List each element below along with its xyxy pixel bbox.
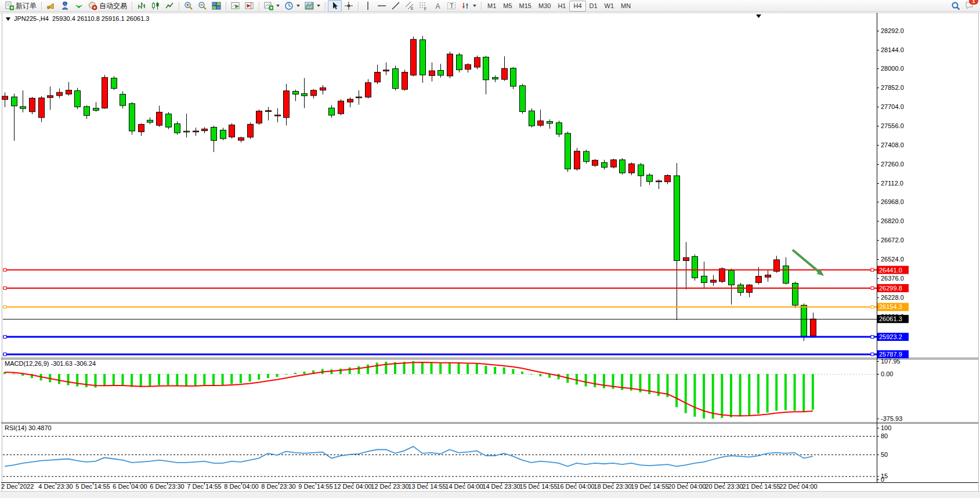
sound-button[interactable]: [44, 0, 58, 12]
tile-windows-icon: [212, 1, 221, 10]
zoom-in-button[interactable]: [182, 0, 196, 12]
candle: [719, 269, 725, 282]
macd-histogram-bar: [494, 367, 496, 374]
macd-histogram-bar: [149, 374, 151, 387]
autotrade-icon: [88, 1, 97, 10]
timeframe-button-W1[interactable]: W1: [601, 1, 618, 11]
candle: [565, 133, 571, 169]
line-handle[interactable]: [871, 336, 874, 339]
candle: [602, 162, 607, 167]
arrows-tool-button[interactable]: [458, 0, 479, 12]
autotrade-button[interactable]: 自动交易: [86, 0, 129, 12]
macd-histogram-bar: [784, 374, 787, 410]
timeframe-button-M5[interactable]: M5: [500, 1, 515, 11]
line-chart-button[interactable]: [162, 0, 176, 12]
line-handle[interactable]: [871, 306, 874, 308]
macd-histogram-bar: [13, 373, 15, 374]
periods-button[interactable]: [282, 0, 302, 12]
line-handle[interactable]: [871, 268, 874, 271]
text-icon: A: [433, 1, 442, 10]
text-label-icon: T: [447, 1, 456, 10]
crosshair-tool-button[interactable]: [342, 0, 356, 12]
candle: [348, 99, 353, 102]
price-tag-label: 26299.8: [879, 285, 902, 292]
line-handle[interactable]: [871, 287, 874, 290]
price-axis-label: 26968.0: [881, 198, 904, 205]
label-tool-button[interactable]: T: [444, 0, 458, 12]
separator: [132, 2, 132, 10]
fibonacci-tool-button[interactable]: F: [417, 0, 431, 12]
candle: [684, 257, 689, 260]
separator: [179, 2, 179, 10]
tile-windows-button[interactable]: [209, 0, 223, 12]
macd-histogram-bar: [294, 373, 296, 374]
candle: [493, 78, 498, 79]
line-handle[interactable]: [3, 336, 6, 339]
candle: [729, 270, 735, 285]
text-tool-button[interactable]: A: [431, 0, 444, 12]
macd-histogram-bar: [476, 364, 478, 374]
symbol-dropdown-icon[interactable]: [6, 17, 10, 21]
candle: [611, 160, 617, 167]
chart-shift-button[interactable]: [243, 0, 256, 12]
cursor-tool-button[interactable]: [328, 0, 342, 12]
line-handle[interactable]: [871, 353, 874, 356]
macd-histogram-bar: [794, 374, 796, 410]
macd-histogram-bar: [766, 374, 769, 413]
support-button[interactable]: [58, 0, 72, 12]
new-order-button[interactable]: 新订单: [2, 0, 39, 12]
vertical-line-tool-button[interactable]: [361, 0, 375, 12]
time-axis-label: 12 Dec 04:00: [334, 483, 371, 490]
auto-scroll-button[interactable]: [229, 0, 243, 12]
macd-histogram-bar: [748, 374, 750, 416]
line-handle[interactable]: [3, 353, 6, 356]
trendline-tool-button[interactable]: [389, 0, 403, 12]
candle: [229, 125, 235, 137]
line-handle[interactable]: [3, 287, 6, 290]
bar-chart-button[interactable]: [135, 0, 149, 12]
symbol-period-label: JPN225-,H4: [14, 15, 49, 22]
dropdown-caret-icon: [317, 5, 320, 7]
timeframe-button-D1[interactable]: D1: [586, 1, 601, 11]
time-axis-label: 7 Dec 14:55: [187, 483, 221, 490]
zoom-out-button[interactable]: [196, 0, 209, 12]
add-indicator-button[interactable]: [262, 0, 282, 12]
line-handle[interactable]: [3, 268, 6, 271]
timeframe-button-MN[interactable]: MN: [617, 1, 634, 11]
separator: [481, 2, 482, 10]
macd-histogram-bar: [140, 374, 142, 387]
candle: [302, 94, 308, 96]
time-axis-label: 9 Dec 14:55: [298, 483, 332, 490]
horizontal-line-icon: [377, 1, 386, 10]
timeframe-button-H1[interactable]: H1: [554, 1, 569, 11]
horizontal-line-tool-button[interactable]: [375, 0, 389, 12]
candlestick-chart-button[interactable]: [149, 0, 162, 12]
chat-button[interactable]: 1: [965, 1, 974, 12]
candle: [638, 165, 644, 176]
macd-histogram-bar: [512, 369, 514, 374]
candle: [39, 98, 45, 118]
timeframe-button-H4[interactable]: H4: [569, 1, 585, 12]
chart-canvas[interactable]: 28292.028144.028000.027852.027704.027556…: [0, 0, 980, 498]
timeframe-button-M1[interactable]: M1: [484, 1, 500, 11]
macd-histogram-bar: [558, 374, 560, 379]
macd-histogram-bar: [484, 366, 487, 374]
line-handle[interactable]: [3, 306, 6, 308]
timeframe-button-M15[interactable]: M15: [516, 1, 535, 11]
channel-tool-button[interactable]: E: [403, 0, 417, 12]
price-axis-label: 28000.0: [881, 65, 904, 72]
auto-scroll-icon: [231, 1, 240, 10]
time-axis-label: 20 Dec 04:00: [668, 483, 706, 490]
search-icon[interactable]: [951, 1, 960, 10]
templates-button[interactable]: [302, 0, 323, 12]
signal-button[interactable]: [72, 0, 86, 12]
timeframe-button-M30[interactable]: M30: [535, 1, 554, 11]
macd-histogram-bar: [503, 368, 505, 374]
macd-histogram-bar: [449, 363, 451, 374]
macd-histogram-bar: [775, 374, 778, 410]
candle: [293, 92, 299, 94]
macd-histogram-bar: [303, 372, 305, 374]
candle: [756, 277, 762, 283]
macd-histogram-bar: [521, 372, 523, 374]
time-axis-label: 14 Dec 23:30: [482, 483, 520, 490]
